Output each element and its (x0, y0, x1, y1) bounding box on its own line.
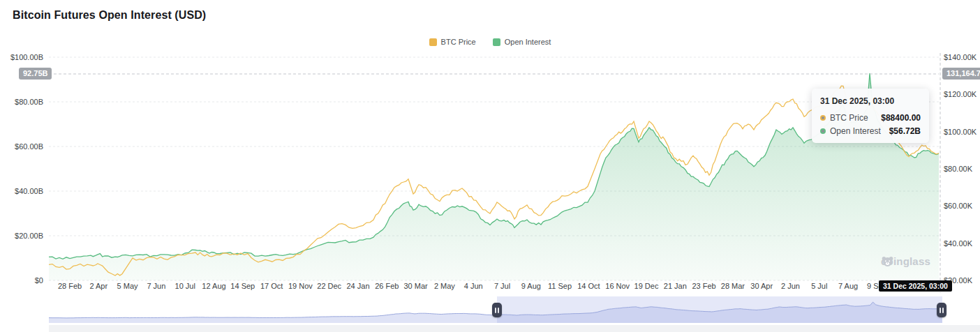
y-axis-label-left: $0 (35, 276, 43, 285)
x-axis-label: 2 Apr (89, 282, 107, 290)
y-axis-label-left: $60.00B (15, 142, 43, 151)
tooltip-row-btc-price: BTC Price $88400.00 (820, 113, 921, 123)
range-navigator[interactable] (0, 296, 980, 323)
x-axis-label: 17 Oct (260, 282, 283, 290)
x-axis-label: 19 Nov (288, 282, 313, 290)
tooltip-value: $88400.00 (881, 113, 921, 123)
x-axis-label: 7 Aug (838, 282, 858, 290)
x-axis-label: 21 Jan (664, 282, 687, 290)
x-axis-label: 16 Nov (605, 282, 630, 290)
chart-widget: Bitcoin Futures Open Interest (USD) BTC … (0, 0, 980, 332)
x-axis-label: 10 Jul (175, 282, 195, 290)
tooltip-label: Open Interest (830, 126, 889, 136)
y-axis-label-left: $40.00B (15, 187, 43, 195)
y-axis-label-right: $100.00K (944, 128, 977, 136)
x-axis-label: 23 Feb (692, 282, 715, 290)
tooltip-date: 31 Dec 2025, 03:00 (820, 96, 921, 106)
open-interest-dot-icon (820, 128, 826, 134)
navigator-left-handle[interactable] (492, 303, 502, 317)
crosshair-date-badge: 31 Dec 2025, 03:00 (879, 280, 952, 292)
coinglass-bear-icon (881, 255, 894, 269)
x-axis-label: 14 Sep (230, 282, 255, 290)
x-axis-label: 28 Mar (721, 282, 745, 290)
crosshair-left-value-badge: 92.75B (19, 68, 52, 80)
x-axis-label: 11 Sep (548, 282, 572, 290)
y-axis-label-left: $80.00B (15, 98, 43, 106)
x-axis-label: 5 May (117, 282, 138, 290)
x-axis-label: 9 Aug (521, 282, 541, 290)
tooltip-row-open-interest: Open Interest $56.72B (820, 126, 921, 136)
x-axis-label: 5 Jul (811, 282, 827, 290)
x-axis-label: 26 Feb (375, 282, 399, 290)
crosshair-right-value-badge: 131,164.74 (942, 68, 980, 80)
x-axis-label: 30 Mar (403, 282, 427, 290)
tooltip-label: BTC Price (830, 113, 881, 123)
btc-price-dot-icon (820, 115, 826, 121)
y-axis-label-right: $80.00K (944, 165, 972, 173)
x-axis-label: 2 May (434, 282, 455, 290)
y-axis-label-left: $20.00B (15, 232, 43, 240)
x-axis-label: 28 Feb (58, 282, 82, 290)
x-axis-label: 19 Dec (634, 282, 659, 290)
navigator-right-handle[interactable] (937, 303, 946, 317)
x-axis-label: 12 Aug (202, 282, 225, 290)
x-axis-label: 7 Jun (147, 282, 165, 290)
tooltip-value: $56.72B (889, 126, 921, 136)
x-axis-label: 24 Jan (346, 282, 369, 290)
hover-tooltip: 31 Dec 2025, 03:00 BTC Price $88400.00 O… (812, 89, 929, 143)
y-axis-label-right: $140.00K (944, 53, 977, 61)
x-axis-label: 2 Jun (781, 282, 800, 290)
x-axis-label: 7 Jul (494, 282, 510, 290)
x-axis-label: 30 Apr (750, 282, 773, 290)
y-axis-label-right: $40.00K (944, 239, 972, 248)
navigator-track[interactable] (49, 325, 980, 332)
x-axis-label: 14 Oct (577, 282, 600, 290)
x-axis-label: 22 Dec (317, 282, 341, 290)
y-axis-label-right: $120.00K (944, 90, 977, 98)
open-interest-area (49, 73, 939, 280)
navigator-mini-chart (0, 296, 980, 323)
x-axis-label: 4 Jun (464, 282, 483, 290)
y-axis-label-right: $60.00K (944, 202, 972, 210)
coinglass-watermark: coinglass (881, 255, 930, 267)
y-axis-label-left: $100.00B (10, 53, 43, 61)
